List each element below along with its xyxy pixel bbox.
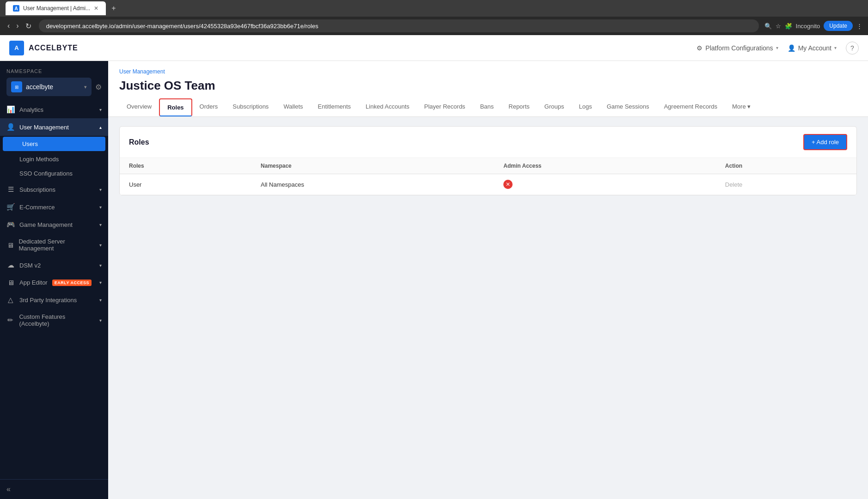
logo-area: A ACCELBYTE <box>9 41 78 55</box>
tab-game-sessions[interactable]: Game Sessions <box>599 98 657 116</box>
users-label: Users <box>22 140 38 147</box>
sidebar-item-dedicated-server[interactable]: 🖥 Dedicated Server Management ▾ <box>0 233 108 256</box>
sidebar-dsm-left: ☁ DSM v2 <box>6 261 41 269</box>
3p-chevron: ▾ <box>99 298 102 303</box>
namespace-label: NAMESPACE <box>6 68 102 74</box>
my-account-label: My Account <box>798 44 831 52</box>
content-area: User Management Justice OS Team Overview… <box>108 61 868 499</box>
sidebar-item-app-editor[interactable]: 🖥 App Editor EARLY ACCESS ▾ <box>0 274 108 291</box>
sidebar-item-dsm-v2[interactable]: ☁ DSM v2 ▾ <box>0 256 108 274</box>
extensions-icon[interactable]: 🧩 <box>785 23 792 30</box>
sidebar-um-label: User Management <box>19 124 69 131</box>
tab-overview[interactable]: Overview <box>119 98 159 116</box>
sidebar-item-ecommerce[interactable]: 🛒 E-Commerce ▾ <box>0 198 108 216</box>
cf-chevron: ▾ <box>99 318 102 323</box>
tab-orders-label: Orders <box>200 103 218 110</box>
tab-overview-label: Overview <box>127 103 152 110</box>
dedicated-server-icon: 🖥 <box>6 241 14 249</box>
platform-configurations-menu[interactable]: ⚙ Platform Configurations ▾ <box>697 44 778 52</box>
tab-roles[interactable]: Roles <box>159 98 192 116</box>
sidebar-collapse-button[interactable]: « <box>0 479 108 499</box>
sidebar-ae-left: 🖥 App Editor EARLY ACCESS <box>6 279 92 286</box>
tab-subscriptions[interactable]: Subscriptions <box>225 98 276 116</box>
tab-linked-accounts[interactable]: Linked Accounts <box>358 98 417 116</box>
um-chevron: ▴ <box>99 125 102 130</box>
sidebar-ecommerce-left: 🛒 E-Commerce <box>6 203 55 211</box>
menu-icon[interactable]: ⋮ <box>856 23 862 30</box>
namespace-settings-icon[interactable]: ⚙ <box>95 83 102 91</box>
app-editor-icon: 🖥 <box>6 279 15 286</box>
tab-entitlements[interactable]: Entitlements <box>311 98 359 116</box>
sidebar-item-user-management[interactable]: 👤 User Management ▴ <box>0 118 108 136</box>
tab-player-records[interactable]: Player Records <box>417 98 473 116</box>
tab-agreement-records-label: Agreement Records <box>664 103 717 110</box>
namespace-selector[interactable]: ⊞ accelbyte ▾ <box>6 78 92 96</box>
browser-nav-buttons: ‹ › ↻ <box>6 20 33 32</box>
tab-wallets[interactable]: Wallets <box>276 98 310 116</box>
platform-config-chevron: ▾ <box>776 45 778 50</box>
tab-groups[interactable]: Groups <box>537 98 572 116</box>
delete-button[interactable]: Delete <box>725 181 743 188</box>
add-role-button[interactable]: + Add role <box>803 134 847 150</box>
tab-bans[interactable]: Bans <box>473 98 501 116</box>
sidebar-item-3rd-party[interactable]: △ 3rd Party Integrations ▾ <box>0 291 108 309</box>
tab-player-records-label: Player Records <box>424 103 465 110</box>
new-tab-button[interactable]: + <box>111 4 116 12</box>
search-icon: 🔍 <box>764 23 772 30</box>
sidebar-cf-left: ✏ Custom Features (Accelbyte) <box>6 313 95 327</box>
sidebar-item-game-management[interactable]: 🎮 Game Management ▾ <box>0 216 108 233</box>
browser-tab[interactable]: A User Management | Admi... ✕ <box>6 1 106 15</box>
logo-text: ACCELBYTE <box>29 44 78 52</box>
namespace-selector-left: ⊞ accelbyte <box>11 81 53 92</box>
reload-button[interactable]: ↻ <box>24 20 33 32</box>
sidebar-item-analytics-left: 📊 Analytics <box>6 105 43 114</box>
breadcrumb[interactable]: User Management <box>119 68 857 75</box>
col-action: Action <box>716 158 856 174</box>
sidebar-gm-left: 🎮 Game Management <box>6 220 73 229</box>
namespace-section: NAMESPACE ⊞ accelbyte ▾ ⚙ <box>0 61 108 101</box>
my-account-chevron: ▾ <box>834 45 837 50</box>
tab-groups-label: Groups <box>544 103 564 110</box>
logo-icon: A <box>9 41 24 55</box>
tab-agreement-records[interactable]: Agreement Records <box>656 98 725 116</box>
bookmark-icon[interactable]: ☆ <box>776 23 781 30</box>
help-button[interactable]: ? <box>846 42 859 55</box>
sidebar-subitem-login-methods[interactable]: Login Methods <box>0 152 108 166</box>
tab-reports[interactable]: Reports <box>501 98 537 116</box>
3rd-party-label: 3rd Party Integrations <box>19 297 77 304</box>
subscriptions-icon: ☰ <box>6 185 15 194</box>
sidebar-item-subscriptions[interactable]: ☰ Subscriptions ▾ <box>0 181 108 198</box>
sidebar-ds-left: 🖥 Dedicated Server Management <box>6 238 95 252</box>
tab-close-icon[interactable]: ✕ <box>94 5 98 12</box>
col-namespace: Namespace <box>251 158 494 174</box>
my-account-menu[interactable]: 👤 My Account ▾ <box>788 44 837 52</box>
tab-roles-label: Roles <box>167 104 183 111</box>
app-container: A ACCELBYTE ⚙ Platform Configurations ▾ … <box>0 35 868 499</box>
dsm-chevron: ▾ <box>99 263 102 268</box>
browser-address-bar: ‹ › ↻ 🔍 ☆ 🧩 Incognito Update ⋮ <box>0 17 868 35</box>
admin-access-false-icon: ✕ <box>503 180 513 189</box>
tab-logs[interactable]: Logs <box>571 98 599 116</box>
game-management-label: Game Management <box>19 221 73 228</box>
sidebar-subitem-users[interactable]: Users <box>3 137 105 151</box>
tab-more[interactable]: More ▾ <box>725 98 758 116</box>
update-button[interactable]: Update <box>824 21 853 31</box>
gm-chevron: ▾ <box>99 222 102 227</box>
sidebar-item-custom-features[interactable]: ✏ Custom Features (Accelbyte) ▾ <box>0 309 108 332</box>
sidebar-item-analytics[interactable]: 📊 Analytics ▾ <box>0 101 108 118</box>
platform-config-label: Platform Configurations <box>705 44 773 52</box>
address-bar-input[interactable] <box>39 19 759 32</box>
ecommerce-label: E-Commerce <box>19 204 55 211</box>
cell-namespace: All Namespaces <box>251 174 494 195</box>
tab-orders[interactable]: Orders <box>192 98 226 116</box>
roles-section-title: Roles <box>129 138 149 146</box>
back-button[interactable]: ‹ <box>6 20 12 32</box>
nav-right: ⚙ Platform Configurations ▾ 👤 My Account… <box>697 42 859 55</box>
content-header: User Management Justice OS Team Overview… <box>108 61 868 117</box>
cell-admin-access: ✕ <box>494 174 715 195</box>
tab-logs-label: Logs <box>579 103 592 110</box>
roles-card-header: Roles + Add role <box>120 127 856 158</box>
gear-icon: ⚙ <box>697 44 703 52</box>
forward-button[interactable]: › <box>14 20 20 32</box>
sidebar-subitem-sso-configurations[interactable]: SSO Configurations <box>0 166 108 181</box>
